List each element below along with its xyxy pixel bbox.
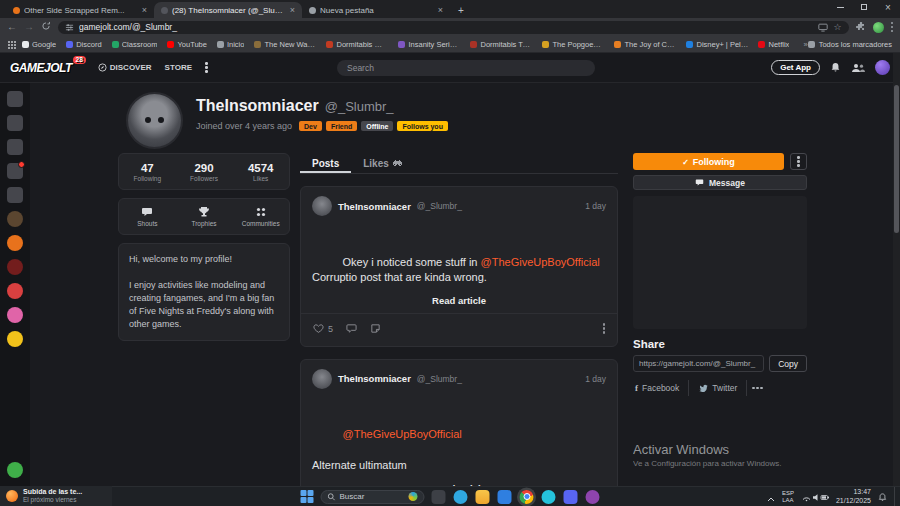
browser-tab[interactable]: (28) TheInsomniacer (@_Slumbr... [154,2,302,18]
post-author-avatar[interactable] [312,196,332,216]
profile-stat[interactable]: 290 Followers [176,162,233,182]
tab-posts[interactable]: Posts [300,153,351,173]
bookmark-item[interactable]: Dormitabis Trilogy... [470,40,532,49]
sidebar-shortcut[interactable] [7,235,23,251]
address-bar[interactable]: gamejolt.com/@_Slumbr_ [58,21,849,34]
bookmark-item[interactable]: The Popgoes Pizzeri... [542,40,604,49]
comment-button[interactable] [346,320,357,338]
read-article-link[interactable]: Read article [312,295,606,306]
friends-icon[interactable] [851,59,865,77]
forward-icon[interactable] [24,22,34,32]
post-timestamp[interactable]: 1 day [585,201,606,211]
share-url-field[interactable]: https://gamejolt.com/@_Slumbr_ [633,355,764,372]
profile-options-button[interactable] [790,153,807,170]
tab-likes[interactable]: Likes [351,153,414,173]
browser-profile-avatar[interactable] [873,22,884,33]
copy-button[interactable]: Copy [769,355,807,372]
tray-chevron-icon[interactable] [767,488,775,506]
share-facebook-button[interactable]: Facebook [633,380,689,396]
apps-grid-icon[interactable] [8,41,10,43]
sidebar-shortcut[interactable] [7,259,23,275]
language-indicator[interactable]: ESP LAA [782,490,794,504]
taskbar-search[interactable]: Buscar [321,490,425,504]
browser-tab[interactable]: Other Side Scrapped Rem... [6,2,154,18]
bookmark-item[interactable]: Discord [66,40,101,49]
taskbar-app-icon[interactable] [432,490,446,504]
profile-stat[interactable]: 47 Following [119,162,176,182]
bookmark-item[interactable]: The New Waltem Fil... [254,40,316,49]
post-timestamp[interactable]: 1 day [585,374,606,384]
install-icon[interactable] [818,18,828,36]
sidebar-shortcut[interactable] [7,331,23,347]
gamejolt-search-input[interactable] [337,60,595,76]
post-author-name[interactable]: TheInsomniacer [338,201,411,212]
network-volume-battery-icons[interactable] [801,488,829,506]
all-bookmarks-button[interactable]: Todos los marcadores [808,40,892,49]
share-more-button[interactable] [747,380,768,396]
post-author-avatar[interactable] [312,369,332,389]
start-button[interactable] [301,490,314,503]
sticker-button[interactable] [370,320,381,338]
show-desktop-button[interactable] [894,487,897,506]
sidebar-shortcut[interactable] [7,91,23,107]
trophies-link[interactable]: Trophies [176,206,233,227]
following-button[interactable]: Following [633,153,784,170]
sidebar-shortcut[interactable] [7,283,23,299]
user-avatar[interactable] [875,60,890,75]
bookmark-item[interactable]: The Joy of Creation... [614,40,676,49]
post-menu-icon[interactable] [603,327,606,330]
taskbar-app-icon[interactable] [586,490,600,504]
taskbar-app-icon[interactable] [476,490,490,504]
reload-icon[interactable] [41,21,51,33]
bookmark-item[interactable]: Classroom [112,40,158,49]
browser-menu-icon[interactable] [891,26,894,29]
bookmark-item[interactable]: Google [22,40,56,49]
tab-close-icon[interactable] [438,6,443,15]
page-scrollbar[interactable] [893,53,900,486]
browser-tab[interactable]: Nueva pestaña [302,2,450,18]
taskbar-app-icon[interactable] [564,490,578,504]
sidebar-shortcut[interactable] [7,307,23,323]
bookmark-item[interactable]: Insanity Series Wiki [398,40,460,49]
taskbar-app-icon[interactable] [520,490,534,504]
sidebar-shortcut[interactable] [7,115,23,131]
sidebar-shortcut[interactable] [7,139,23,155]
close-button[interactable] [876,0,900,14]
scrollbar-thumb[interactable] [894,85,899,233]
profile-avatar[interactable] [126,92,183,149]
discover-link[interactable]: DISCOVER [98,63,152,72]
get-app-button[interactable]: Get App [771,60,820,75]
message-button[interactable]: Message [633,175,807,190]
taskbar-notification-widget[interactable]: Subida de las te... El próximo viernes [0,486,112,506]
bookmark-item[interactable]: YouTube [167,40,206,49]
minimize-button[interactable] [828,0,852,14]
bookmark-item[interactable]: Netflix [758,40,789,49]
bookmark-item[interactable]: Inicio [217,40,245,49]
sidebar-shortcut[interactable] [7,211,23,227]
maximize-button[interactable] [852,0,876,14]
communities-link[interactable]: Communities [232,206,289,227]
clock[interactable]: 13:47 21/12/2025 [836,488,871,506]
nav-more-icon[interactable] [205,66,208,69]
shouts-link[interactable]: Shouts [119,206,176,227]
like-button[interactable]: 5 [313,323,333,334]
sidebar-shortcut[interactable] [7,462,23,478]
taskbar-app-icon[interactable] [542,490,556,504]
share-twitter-button[interactable]: Twitter [689,380,747,396]
bookmark-star-icon[interactable] [833,22,841,32]
taskbar-app-icon[interactable] [498,490,512,504]
gamejolt-logo[interactable]: GAMEJOLT 28 [10,61,72,75]
back-icon[interactable] [7,22,17,32]
notification-center-bell-icon[interactable] [878,488,887,506]
bookmark-item[interactable]: Disney+ | Peliculas y... [686,40,748,49]
site-settings-icon[interactable] [65,18,74,36]
extensions-puzzle-icon[interactable] [856,18,866,36]
taskbar-app-icon[interactable] [454,490,468,504]
tab-close-icon[interactable] [290,6,295,15]
new-tab-button[interactable] [454,3,468,17]
tab-close-icon[interactable] [142,6,147,15]
sidebar-shortcut[interactable] [7,187,23,203]
notifications-bell-icon[interactable] [830,59,841,77]
post-author-name[interactable]: TheInsomniacer [338,373,411,384]
profile-stat[interactable]: 4574 Likes [232,162,289,182]
